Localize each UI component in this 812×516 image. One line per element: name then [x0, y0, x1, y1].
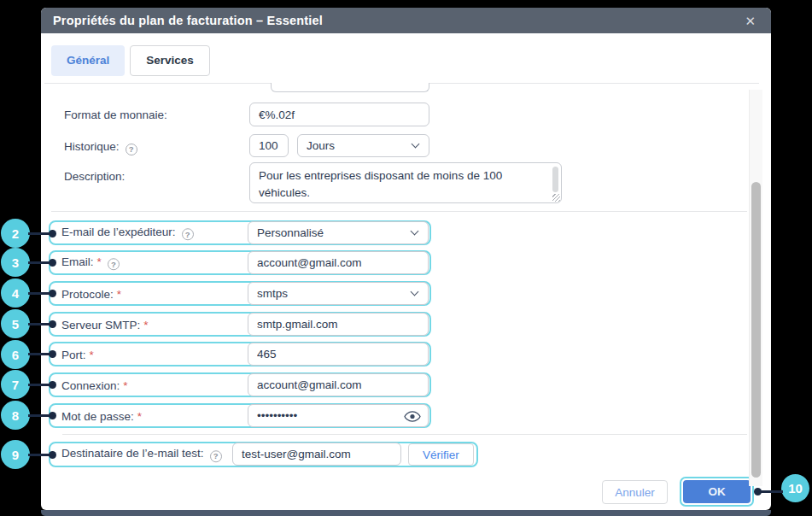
- login-row: Connexion:*: [49, 372, 431, 397]
- section-divider: [51, 211, 747, 212]
- required-asterisk: *: [143, 318, 148, 331]
- eye-icon[interactable]: [404, 410, 421, 423]
- protocol-select[interactable]: smtps: [248, 282, 429, 305]
- currency-format-label: Format de monnaie:: [64, 108, 167, 121]
- protocol-label: Protocole:*: [61, 287, 121, 300]
- help-icon[interactable]: ?: [182, 228, 194, 240]
- ok-button-highlight: OK: [680, 477, 754, 507]
- callout-3-dot: [49, 259, 56, 267]
- callout-6-line: [28, 353, 51, 355]
- sender-email-label-text: E-mail de l’expéditeur:: [61, 226, 176, 238]
- tab-services[interactable]: Services: [130, 45, 210, 76]
- callout-3: 3: [1, 248, 30, 277]
- history-unit-value: Jours: [307, 139, 335, 152]
- textarea-resize-handle[interactable]: [552, 194, 560, 202]
- required-asterisk: *: [117, 287, 121, 300]
- login-label: Connexion:*: [61, 378, 128, 391]
- callout-5: 5: [1, 309, 30, 338]
- required-asterisk: *: [97, 255, 102, 268]
- login-input[interactable]: [248, 373, 429, 396]
- password-label-text: Mot de passe:: [61, 409, 134, 422]
- required-asterisk: *: [90, 348, 94, 361]
- billing-plan-properties-dialog: Propriétés du plan de facturation – Esse…: [41, 8, 771, 510]
- modal-bottom-shadow: [41, 510, 771, 516]
- smtp-server-label-text: Serveur SMTP:: [61, 318, 140, 331]
- sender-email-select[interactable]: Personnalisé: [248, 221, 429, 244]
- protocol-value: smtps: [257, 287, 288, 300]
- history-label: Historique:?: [64, 140, 137, 155]
- email-label: Email:*?: [61, 255, 120, 271]
- callout-9-line: [28, 454, 51, 456]
- sender-email-label: E-mail de l’expéditeur:?: [61, 226, 194, 241]
- callout-9-dot: [49, 451, 56, 459]
- callout-6: 6: [1, 340, 30, 369]
- ok-button[interactable]: OK: [683, 480, 751, 503]
- email-input[interactable]: [248, 251, 429, 274]
- protocol-row: Protocole:* smtps: [49, 281, 431, 306]
- callout-7: 7: [1, 370, 30, 399]
- callout-9: 9: [1, 440, 30, 469]
- callout-6-dot: [49, 350, 56, 358]
- password-row: Mot de passe:*: [49, 403, 431, 428]
- history-value-input[interactable]: [249, 134, 289, 157]
- sender-email-row: E-mail de l’expéditeur:? Personnalisé: [49, 220, 431, 245]
- help-icon[interactable]: ?: [126, 144, 137, 155]
- chevron-down-icon: [412, 139, 420, 148]
- chevron-down-icon: [411, 287, 419, 296]
- close-icon[interactable]: ✕: [741, 13, 759, 29]
- history-unit-select[interactable]: Jours: [297, 134, 429, 157]
- smtp-server-input[interactable]: [248, 313, 429, 336]
- callout-2: 2: [1, 219, 30, 248]
- email-label-text: Email:: [61, 255, 94, 268]
- smtp-server-label: Serveur SMTP:*: [61, 318, 149, 331]
- scrollbar-thumb[interactable]: [751, 182, 761, 478]
- callout-7-dot: [49, 381, 56, 389]
- cancel-button[interactable]: Annuler: [602, 480, 668, 504]
- tab-general[interactable]: Général: [51, 45, 125, 76]
- callout-8-line: [28, 414, 51, 417]
- currency-format-input[interactable]: [249, 103, 429, 126]
- tab-bar: Général Services: [51, 45, 210, 76]
- chevron-down-icon: [411, 226, 419, 235]
- callout-4-dot: [49, 290, 56, 297]
- email-row: Email:*?: [49, 250, 431, 275]
- port-label: Port:*: [61, 348, 94, 361]
- dialog-header: Propriétés du plan de facturation – Esse…: [41, 8, 771, 33]
- port-row: Port:*: [49, 342, 431, 366]
- callout-8-dot: [49, 412, 56, 419]
- callout-10-dot: [754, 488, 762, 495]
- footer-section-divider: [62, 434, 747, 435]
- port-input[interactable]: [248, 343, 429, 366]
- test-email-recipient-row: Destinataire de l’e-mail test:? Vérifier: [49, 442, 478, 467]
- description-text: Pour les entreprises disposant de moins …: [259, 169, 502, 199]
- callout-2-dot: [49, 230, 56, 237]
- callout-5-line: [28, 323, 51, 325]
- help-icon[interactable]: ?: [108, 258, 120, 270]
- callout-5-dot: [49, 320, 56, 328]
- callout-7-line: [28, 384, 51, 386]
- callout-4: 4: [1, 279, 30, 308]
- port-label-text: Port:: [61, 348, 86, 361]
- password-label: Mot de passe:*: [61, 409, 142, 422]
- dialog-scrollbar[interactable]: [749, 90, 762, 486]
- description-textarea[interactable]: Pour les entreprises disposant de moins …: [249, 162, 562, 203]
- callout-2-line: [28, 232, 51, 235]
- textarea-scrollbar-thumb[interactable]: [552, 167, 558, 192]
- scrolled-field-remnant[interactable]: [271, 83, 429, 92]
- callout-4-line: [28, 292, 51, 295]
- dialog-title: Propriétés du plan de facturation – Esse…: [53, 14, 323, 27]
- callout-3-line: [28, 261, 51, 264]
- login-label-text: Connexion:: [61, 378, 120, 391]
- help-icon[interactable]: ?: [210, 450, 222, 462]
- smtp-server-row: Serveur SMTP:*: [49, 312, 431, 337]
- verify-button[interactable]: Vérifier: [408, 443, 474, 466]
- test-email-recipient-input[interactable]: [232, 443, 401, 466]
- callout-10: 10: [781, 474, 809, 502]
- callout-8: 8: [1, 401, 30, 430]
- test-email-recipient-label: Destinataire de l’e-mail test:?: [61, 447, 222, 462]
- password-input[interactable]: [248, 404, 429, 427]
- test-email-recipient-label-text: Destinataire de l’e-mail test:: [61, 447, 204, 460]
- required-asterisk: *: [137, 409, 142, 422]
- protocol-label-text: Protocole:: [61, 287, 114, 300]
- history-label-text: Historique:: [64, 140, 120, 153]
